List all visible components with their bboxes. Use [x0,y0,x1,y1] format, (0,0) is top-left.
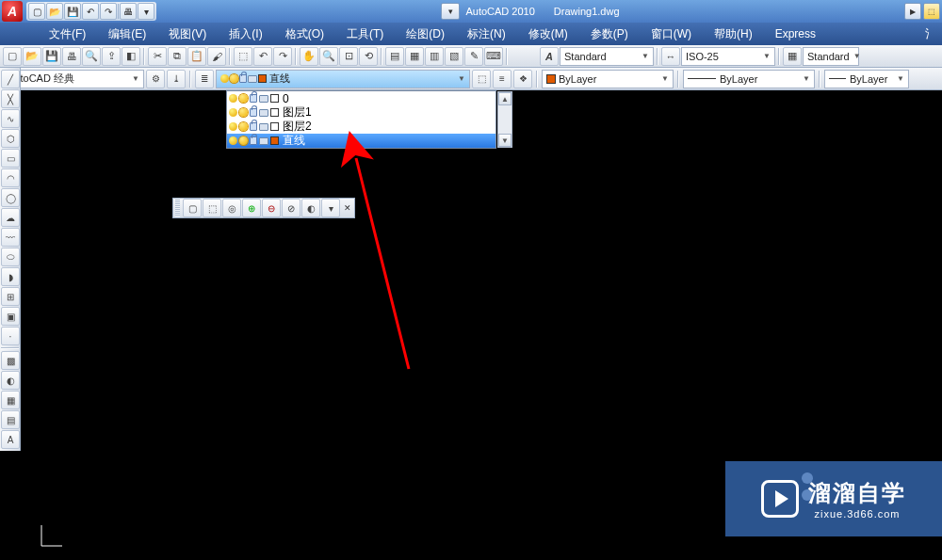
print-icon[interactable] [259,95,268,103]
lock-icon[interactable] [250,94,257,103]
workspace-settings-icon[interactable]: ⚙ [146,70,165,88]
vp-join-icon[interactable]: ⊕ [242,199,261,217]
std-undo-icon[interactable]: ↶ [253,47,272,66]
menu-dim[interactable]: 标注(N) [456,24,517,45]
menu-overflow[interactable]: 氵 [919,24,942,45]
title-search-icon[interactable]: ▶ [904,3,921,20]
layer-row-0[interactable]: 0 [227,91,495,105]
qat-redo-icon[interactable]: ↷ [100,3,117,20]
dimstyle-combo[interactable]: ISO-25▼ [681,47,775,66]
circle-icon[interactable]: ◯ [1,188,20,207]
std-redo-icon[interactable]: ↷ [273,47,292,66]
menu-tools[interactable]: 工具(T) [335,24,395,45]
vp-clip-icon[interactable]: ⊖ [262,199,281,217]
layer-color-icon[interactable] [270,108,279,117]
std-tp-icon[interactable]: ▥ [425,47,444,66]
rect-icon[interactable]: ▭ [1,149,20,168]
color-combo[interactable]: ByLayer▼ [542,70,674,88]
workspace-save-icon[interactable]: ⤓ [167,70,186,88]
vp-dialog-icon[interactable]: ▾ [321,199,340,217]
ellipsearc-icon[interactable]: ◗ [1,267,20,286]
menu-window[interactable]: 窗口(W) [640,24,703,45]
menu-param[interactable]: 参数(P) [579,24,640,45]
hatch-icon[interactable]: ▩ [1,351,20,370]
vp-single-icon[interactable]: ▢ [183,199,202,217]
menu-modify[interactable]: 修改(M) [517,24,579,45]
menu-view[interactable]: 视图(V) [157,24,218,45]
menu-express[interactable]: Express [764,24,827,43]
menu-insert[interactable]: 插入(I) [218,24,273,45]
vp-object-icon[interactable]: ◎ [222,199,241,217]
layer-prev-icon[interactable]: ⬚ [472,70,491,88]
layer-row-3[interactable]: 直线 [227,134,495,148]
std-dc-icon[interactable]: ▦ [405,47,424,66]
vp-poly-icon[interactable]: ⬚ [203,199,221,217]
lineweight-combo[interactable]: ByLayer▼ [824,70,909,88]
sun-icon[interactable] [239,108,248,117]
layer-row-2[interactable]: 图层2 [227,120,495,134]
print-icon[interactable] [259,123,268,131]
menu-format[interactable]: 格式(O) [274,24,335,45]
std-print-icon[interactable]: 🖶 [62,47,81,66]
toolbar-close-icon[interactable]: ✕ [343,203,352,213]
std-props-icon[interactable]: ▤ [385,47,404,66]
bulb-icon[interactable] [229,108,237,117]
menu-edit[interactable]: 编辑(E) [97,24,157,45]
layer-color-icon[interactable] [270,94,279,103]
std-publish-icon[interactable]: ⇪ [102,47,121,66]
std-open-icon[interactable]: 📂 [23,47,41,66]
qat-save-icon[interactable]: 💾 [64,3,81,20]
print-icon[interactable] [259,109,268,117]
lock-icon[interactable] [250,136,257,145]
title-help-icon[interactable]: ⬚ [923,3,940,20]
line-icon[interactable]: ╱ [1,70,20,88]
block-icon[interactable]: ▣ [1,307,20,326]
lock-icon[interactable] [250,108,257,117]
std-new-icon[interactable]: ▢ [3,47,22,66]
layer-color-icon[interactable] [270,122,279,131]
polygon-icon[interactable]: ⬡ [1,129,20,148]
textstyle-combo[interactable]: Standard▼ [560,47,654,66]
print-icon[interactable] [259,137,268,145]
std-zoomwin-icon[interactable]: ⊡ [339,47,358,66]
gradient-icon[interactable]: ◐ [1,371,20,390]
point-icon[interactable]: · [1,327,20,345]
layer-state-icon[interactable]: ≡ [493,70,512,88]
insert-icon[interactable]: ⊞ [1,287,20,306]
tablestyle-icon[interactable]: ▦ [783,47,802,66]
app-icon[interactable]: A [2,1,23,22]
menu-help[interactable]: 帮助(H) [703,24,764,45]
sun-icon[interactable] [239,122,248,131]
toolbar-grip[interactable] [175,200,180,216]
dimstyle-icon[interactable]: ↔ [661,47,680,66]
vp-scale-icon[interactable]: ⊘ [282,199,300,217]
layer-manager-icon[interactable]: ≣ [195,70,214,88]
std-qcalc-icon[interactable]: ⌨ [484,47,503,66]
bulb-icon[interactable] [229,136,237,145]
layer-combo[interactable]: 直线 ▼ [216,70,470,88]
pline-icon[interactable]: ∿ [1,109,20,128]
bulb-icon[interactable] [229,94,237,103]
bulb-icon[interactable] [229,122,237,131]
qat-dropdown-icon[interactable]: ▾ [138,3,154,20]
std-copy-icon[interactable]: ⧉ [168,47,187,66]
layer-row-1[interactable]: 图层1 [227,105,495,120]
layer-scrollbar[interactable]: ▲ ▼ [497,91,512,148]
std-pan-icon[interactable]: ✋ [300,47,318,66]
layer-dropdown-list[interactable]: 0 图层1 图层2 直线 ▲ ▼ [226,90,496,149]
std-zoomrt-icon[interactable]: 🔍 [319,47,338,66]
arc-icon[interactable]: ◠ [1,168,20,187]
scroll-down-icon[interactable]: ▼ [498,134,512,147]
revcloud-icon[interactable]: ☁ [1,208,20,227]
std-ssm-icon[interactable]: ▧ [445,47,463,66]
lock-icon[interactable] [250,122,257,131]
std-save-icon[interactable]: 💾 [42,47,61,66]
std-preview-icon[interactable]: 🔍 [82,47,101,66]
menu-draw[interactable]: 绘图(D) [395,24,456,45]
sun-icon[interactable] [239,136,248,145]
std-cut-icon[interactable]: ✂ [148,47,167,66]
xline-icon[interactable]: ╳ [1,89,20,108]
std-paste-icon[interactable]: 📋 [187,47,206,66]
workspace-combo[interactable]: AutoCAD 经典▼ [3,70,144,88]
std-zoomprev-icon[interactable]: ⟲ [359,47,378,66]
